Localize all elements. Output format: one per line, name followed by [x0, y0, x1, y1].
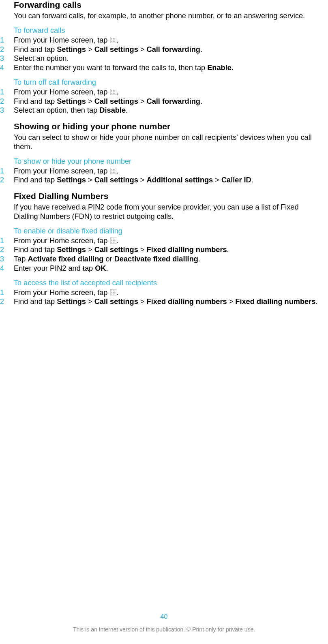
- step-text: Find and tap Settings > Call settings > …: [14, 175, 324, 185]
- step-row: 2Find and tap Settings > Call settings >…: [14, 97, 324, 106]
- svg-point-33: [114, 238, 115, 239]
- svg-point-31: [111, 238, 112, 239]
- step-row: 4Enter the number you want to forward th…: [14, 63, 324, 73]
- step-row: 1From your Home screen, tap .: [14, 236, 324, 246]
- svg-point-36: [114, 240, 115, 241]
- svg-point-38: [113, 242, 114, 242]
- svg-point-29: [114, 172, 115, 173]
- step-text-post: .: [117, 167, 119, 175]
- step-text-pre: From your Home screen, tap: [14, 289, 110, 297]
- step-number: 1: [0, 88, 14, 97]
- page-number: 40: [0, 613, 328, 620]
- step-number: 4: [0, 264, 14, 273]
- svg-point-49: [114, 293, 115, 294]
- svg-point-19: [114, 93, 115, 94]
- svg-point-15: [113, 91, 114, 92]
- svg-point-48: [113, 293, 114, 294]
- step-number: 1: [0, 36, 14, 45]
- svg-point-7: [111, 41, 112, 42]
- svg-point-27: [111, 172, 112, 173]
- svg-point-34: [111, 240, 112, 241]
- step-text: Find and tap Settings > Call settings > …: [14, 97, 324, 106]
- svg-point-4: [111, 39, 112, 40]
- svg-point-28: [113, 172, 114, 173]
- svg-point-18: [113, 93, 114, 94]
- apps-grid-icon: [110, 37, 116, 43]
- procedure-heading: To enable or disable fixed dialling: [14, 227, 324, 235]
- section-body: If you have received a PIN2 code from yo…: [14, 203, 324, 221]
- procedure-steps: 1From your Home screen, tap .2Find and t…: [14, 36, 324, 73]
- procedure-steps: 1From your Home screen, tap .2Find and t…: [14, 88, 324, 115]
- section-body: You can select to show or hide your phon…: [14, 133, 324, 152]
- svg-point-37: [111, 242, 112, 242]
- step-row: 2Find and tap Settings > Call settings >…: [14, 175, 324, 185]
- step-number: 2: [0, 297, 14, 306]
- svg-point-46: [114, 292, 115, 293]
- procedure-heading: To forward calls: [14, 26, 324, 35]
- step-row: 4Enter your PIN2 and tap OK.: [14, 264, 324, 273]
- step-text-pre: From your Home screen, tap: [14, 237, 110, 245]
- svg-point-16: [114, 91, 115, 92]
- step-number: 2: [0, 45, 14, 54]
- svg-point-41: [111, 290, 112, 291]
- step-number: 1: [0, 288, 14, 297]
- svg-point-44: [111, 292, 112, 293]
- step-text: Find and tap Settings > Call settings > …: [14, 45, 324, 54]
- svg-point-6: [114, 39, 115, 40]
- svg-point-26: [114, 170, 115, 171]
- step-text: Select an option.: [14, 54, 324, 63]
- step-number: 3: [0, 255, 14, 264]
- svg-point-25: [113, 170, 114, 171]
- svg-point-47: [111, 293, 112, 294]
- step-text-pre: From your Home screen, tap: [14, 88, 110, 96]
- svg-point-12: [113, 90, 114, 90]
- step-number: 2: [0, 175, 14, 185]
- step-text: From your Home screen, tap .: [14, 288, 324, 297]
- svg-point-5: [113, 39, 114, 40]
- section-heading: Showing or hiding your phone number: [14, 122, 324, 131]
- section-heading: Fixed Dialling Numbers: [14, 191, 324, 201]
- step-text-post: .: [117, 237, 119, 245]
- svg-point-3: [114, 38, 115, 39]
- page-content: Forwarding callsYou can forward calls, f…: [0, 0, 328, 306]
- step-text: From your Home screen, tap .: [14, 36, 324, 45]
- step-text-pre: From your Home screen, tap: [14, 167, 110, 175]
- svg-point-35: [113, 240, 114, 241]
- svg-point-1: [111, 38, 112, 39]
- procedure-steps: 1From your Home screen, tap .2Find and t…: [14, 236, 324, 273]
- apps-grid-icon: [110, 168, 116, 174]
- step-row: 3Tap Activate fixed dialling or Deactiva…: [14, 255, 324, 264]
- svg-point-39: [114, 242, 115, 242]
- procedure-heading: To show or hide your phone number: [14, 157, 324, 166]
- step-text: Enter the number you want to forward the…: [14, 63, 324, 73]
- apps-grid-icon: [110, 289, 116, 295]
- svg-point-32: [113, 238, 114, 239]
- procedure-heading: To access the list of accepted call reci…: [14, 279, 324, 287]
- step-row: 1From your Home screen, tap .: [14, 167, 324, 176]
- step-row: 3Select an option.: [14, 54, 324, 63]
- svg-point-9: [114, 41, 115, 42]
- step-text: From your Home screen, tap .: [14, 88, 324, 97]
- svg-point-42: [113, 290, 114, 291]
- procedure-steps: 1From your Home screen, tap .2Find and t…: [14, 167, 324, 185]
- step-row: 1From your Home screen, tap .: [14, 288, 324, 297]
- apps-grid-icon: [110, 237, 116, 244]
- step-text: From your Home screen, tap .: [14, 167, 324, 176]
- document-page: Forwarding callsYou can forward calls, f…: [0, 0, 328, 644]
- step-text: From your Home screen, tap .: [14, 236, 324, 246]
- step-row: 2Find and tap Settings > Call settings >…: [14, 245, 324, 255]
- step-text: Select an option, then tap Disable.: [14, 106, 324, 115]
- step-row: 1From your Home screen, tap .: [14, 36, 324, 45]
- svg-point-14: [111, 91, 112, 92]
- procedure-steps: 1From your Home screen, tap .2Find and t…: [14, 288, 324, 307]
- section-heading: Forwarding calls: [14, 0, 324, 10]
- svg-point-24: [111, 170, 112, 171]
- svg-point-17: [111, 93, 112, 94]
- procedure-heading: To turn off call forwarding: [14, 78, 324, 87]
- step-number: 4: [0, 63, 14, 73]
- svg-point-22: [113, 169, 114, 169]
- step-row: 2Find and tap Settings > Call settings >…: [14, 297, 324, 306]
- svg-point-8: [113, 41, 114, 42]
- step-row: 2Find and tap Settings > Call settings >…: [14, 45, 324, 54]
- step-text-pre: From your Home screen, tap: [14, 36, 110, 44]
